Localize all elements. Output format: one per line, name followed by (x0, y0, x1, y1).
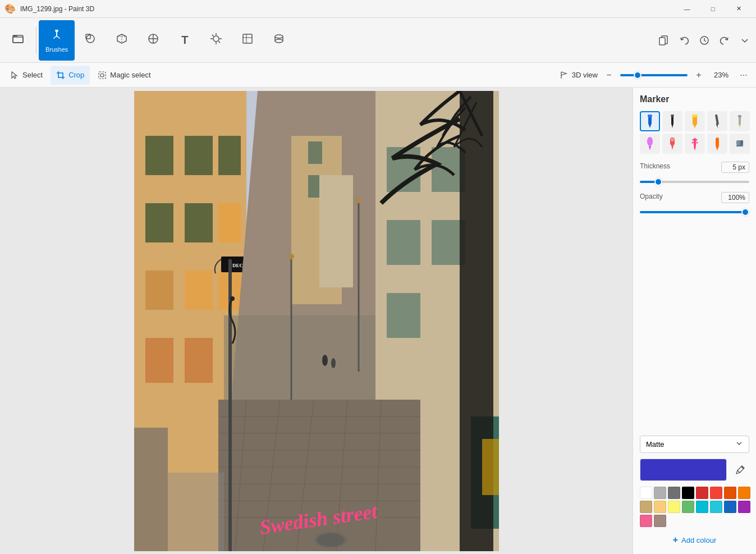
color-black[interactable] (682, 487, 694, 499)
redo-button[interactable] (716, 31, 734, 49)
text-button[interactable]: T (169, 20, 200, 61)
color-gray[interactable] (668, 487, 680, 499)
brush-oil-button[interactable] (707, 134, 727, 154)
svg-rect-58 (319, 175, 353, 287)
canvas-area[interactable]: DECURIA (0, 88, 633, 554)
svg-marker-113 (716, 146, 719, 150)
svg-rect-78 (168, 473, 224, 551)
3d-shapes-button[interactable] (106, 20, 138, 61)
svg-rect-95 (715, 115, 719, 125)
svg-marker-93 (693, 123, 697, 128)
thickness-slider[interactable] (640, 181, 749, 183)
svg-point-62 (288, 254, 294, 259)
svg-rect-115 (740, 140, 743, 145)
opacity-value: 100% (721, 192, 749, 203)
color-lightgray[interactable] (654, 487, 666, 499)
paste-button[interactable] (655, 31, 673, 49)
effects-button[interactable] (200, 20, 232, 61)
color-purple[interactable] (738, 501, 750, 513)
matte-dropdown[interactable]: Matte (640, 436, 749, 453)
color-teal[interactable] (710, 501, 722, 513)
eyedropper-button[interactable] (731, 461, 749, 479)
svg-rect-50 (387, 220, 420, 265)
color-palette (640, 487, 749, 527)
history-button[interactable] (695, 31, 713, 49)
svg-marker-104 (671, 145, 673, 150)
svg-point-85 (317, 533, 345, 547)
brush-marker-button[interactable] (640, 111, 660, 131)
svg-rect-34 (218, 136, 241, 175)
text-icon: T (181, 34, 188, 47)
brush-fill-button[interactable] (662, 134, 682, 154)
color-brown[interactable] (654, 515, 666, 527)
magic-select-button[interactable]: Magic select (92, 66, 156, 85)
svg-marker-102 (649, 146, 651, 150)
zoom-slider[interactable] (620, 74, 688, 76)
add-color-button[interactable]: + Add colour (640, 533, 749, 547)
svg-point-80 (230, 296, 235, 301)
more-button[interactable]: ··· (736, 67, 752, 83)
brush-pencil-button[interactable] (730, 111, 750, 131)
svg-line-14 (212, 35, 214, 36)
svg-rect-106 (694, 138, 696, 147)
magic-select-label: Magic select (110, 71, 150, 79)
svg-rect-35 (145, 203, 173, 242)
brush-grid (640, 111, 749, 154)
canvas-image: DECURIA (134, 91, 499, 551)
color-pink[interactable] (640, 515, 652, 527)
color-tan[interactable] (640, 501, 652, 513)
color-darkred[interactable] (696, 487, 708, 499)
brush-spray-button[interactable] (685, 134, 705, 154)
3d-library-button[interactable] (263, 20, 295, 61)
close-button[interactable]: ✕ (726, 0, 752, 18)
separator (36, 27, 36, 54)
select-label: Select (22, 71, 43, 79)
zoom-in-button[interactable]: + (691, 67, 707, 83)
opacity-slider[interactable] (640, 211, 749, 213)
crop-label: Crop (68, 71, 84, 79)
stickers-button[interactable] (138, 20, 169, 61)
brush-highlighter-button[interactable] (685, 111, 705, 131)
brush-calligraphy-button[interactable] (707, 111, 727, 131)
svg-rect-56 (308, 141, 322, 164)
svg-point-60 (356, 198, 361, 203)
crop-button[interactable]: Crop (51, 66, 90, 85)
3d-library-icon (272, 32, 286, 48)
3d-view-label: 3D view (572, 71, 598, 79)
svg-point-81 (322, 355, 328, 366)
matte-label: Matte (646, 440, 665, 448)
toolbar-right (655, 31, 754, 49)
maximize-button[interactable]: □ (700, 0, 726, 18)
color-white[interactable] (640, 487, 652, 499)
2d-shapes-button[interactable] (75, 20, 106, 61)
main-color-swatch[interactable] (640, 459, 727, 481)
brush-eraser-button[interactable] (730, 134, 750, 154)
svg-point-108 (696, 139, 698, 141)
color-orange[interactable] (724, 487, 736, 499)
color-cyan[interactable] (696, 501, 708, 513)
undo-button[interactable] (675, 31, 693, 49)
canvas-button[interactable] (232, 20, 263, 61)
open-button[interactable] (2, 20, 34, 61)
more-dropdown-button[interactable] (736, 31, 754, 49)
color-red[interactable] (710, 487, 722, 499)
brushes-button[interactable]: Brushes (39, 20, 75, 61)
color-yellow[interactable] (668, 501, 680, 513)
color-blue[interactable] (724, 501, 736, 513)
svg-point-22 (275, 39, 283, 43)
minimize-button[interactable]: — (674, 0, 700, 18)
color-lightyellow[interactable] (654, 501, 666, 513)
color-green[interactable] (682, 501, 694, 513)
zoom-out-button[interactable]: − (601, 67, 617, 83)
brush-pen-button[interactable] (662, 111, 682, 131)
brush-watercolor-button[interactable] (640, 134, 660, 154)
svg-rect-38 (145, 271, 173, 310)
street-photo: DECURIA (134, 91, 499, 551)
color-lightorange[interactable] (738, 487, 750, 499)
svg-rect-77 (134, 428, 168, 551)
svg-marker-111 (694, 147, 696, 150)
toolbar: Brushes T (0, 18, 756, 63)
svg-rect-2 (13, 37, 23, 43)
select-button[interactable]: Select (4, 66, 48, 85)
title-bar: 🎨 IMG_1299.jpg - Paint 3D — □ ✕ (0, 0, 756, 18)
